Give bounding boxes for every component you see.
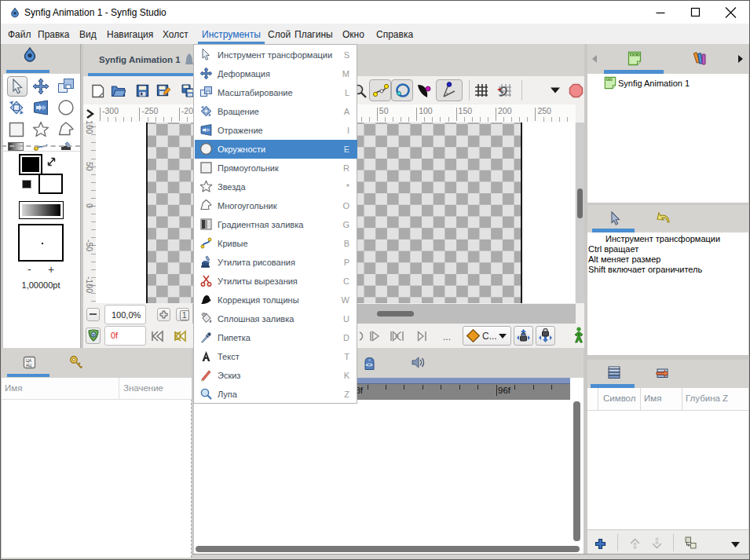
svg-text:АЦ: АЦ	[26, 363, 31, 368]
svg-text:<>: <>	[366, 361, 373, 368]
